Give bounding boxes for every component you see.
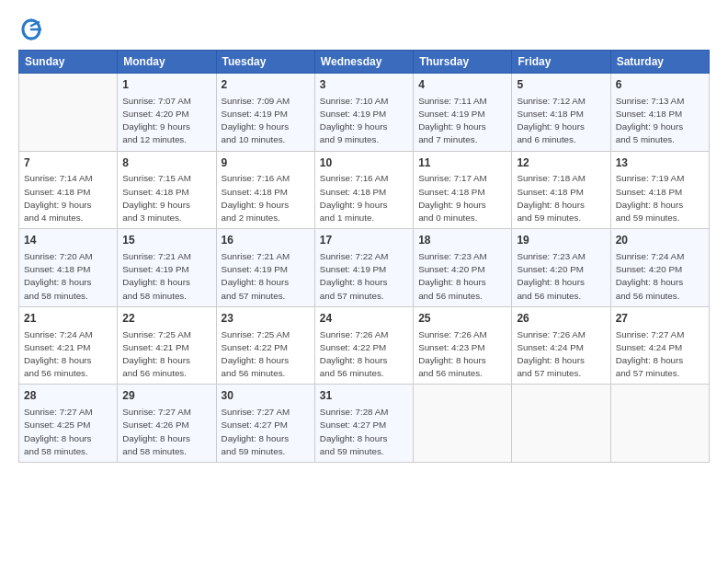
cell-w1-d2: 1Sunrise: 7:07 AM Sunset: 4:20 PM Daylig… [118,74,216,152]
day-info: Sunrise: 7:21 AM Sunset: 4:19 PM Dayligh… [222,250,310,303]
day-number: 20 [616,233,704,248]
day-info: Sunrise: 7:16 AM Sunset: 4:18 PM Dayligh… [320,172,408,224]
page: SundayMondayTuesdayWednesdayThursdayFrid… [0,0,728,472]
logo [18,17,48,42]
day-info: Sunrise: 7:20 AM Sunset: 4:18 PM Dayligh… [24,250,112,303]
day-info: Sunrise: 7:23 AM Sunset: 4:20 PM Dayligh… [418,250,506,303]
day-info: Sunrise: 7:07 AM Sunset: 4:20 PM Dayligh… [122,95,210,147]
day-number: 11 [418,155,506,171]
day-number: 31 [320,388,408,404]
week-row-5: 28Sunrise: 7:27 AM Sunset: 4:25 PM Dayli… [19,385,710,463]
day-number: 1 [122,77,210,93]
cell-w3-d5: 18Sunrise: 7:23 AM Sunset: 4:20 PM Dayli… [414,229,512,307]
day-number: 29 [122,388,210,404]
header-friday: Friday [512,51,610,74]
day-number: 12 [517,155,605,171]
day-number: 26 [517,311,605,327]
day-number: 5 [517,77,605,93]
day-info: Sunrise: 7:09 AM Sunset: 4:19 PM Dayligh… [222,95,310,147]
logo-icon [18,17,44,42]
day-info: Sunrise: 7:26 AM Sunset: 4:23 PM Dayligh… [418,328,506,381]
header-row: SundayMondayTuesdayWednesdayThursdayFrid… [19,51,710,74]
day-info: Sunrise: 7:25 AM Sunset: 4:22 PM Dayligh… [222,328,310,381]
header-saturday: Saturday [610,51,709,74]
cell-w2-d2: 8Sunrise: 7:15 AM Sunset: 4:18 PM Daylig… [118,151,216,229]
day-info: Sunrise: 7:12 AM Sunset: 4:18 PM Dayligh… [517,95,605,147]
week-row-1: 1Sunrise: 7:07 AM Sunset: 4:20 PM Daylig… [19,74,710,152]
day-number: 14 [24,233,112,248]
cell-w1-d6: 5Sunrise: 7:12 AM Sunset: 4:18 PM Daylig… [512,74,610,152]
day-info: Sunrise: 7:24 AM Sunset: 4:20 PM Dayligh… [616,250,704,303]
week-row-3: 14Sunrise: 7:20 AM Sunset: 4:18 PM Dayli… [19,229,710,307]
day-number: 18 [418,233,506,248]
header-thursday: Thursday [414,51,512,74]
cell-w3-d1: 14Sunrise: 7:20 AM Sunset: 4:18 PM Dayli… [19,229,118,307]
day-number: 13 [616,155,704,171]
cell-w3-d6: 19Sunrise: 7:23 AM Sunset: 4:20 PM Dayli… [512,229,610,307]
header-sunday: Sunday [19,51,118,74]
day-number: 19 [517,233,605,248]
day-info: Sunrise: 7:28 AM Sunset: 4:27 PM Dayligh… [320,406,408,458]
cell-w5-d5 [414,385,512,463]
day-number: 2 [222,77,310,93]
cell-w1-d4: 3Sunrise: 7:10 AM Sunset: 4:19 PM Daylig… [314,74,413,152]
day-number: 7 [24,155,112,171]
day-info: Sunrise: 7:11 AM Sunset: 4:19 PM Dayligh… [418,95,506,147]
day-info: Sunrise: 7:22 AM Sunset: 4:19 PM Dayligh… [320,250,408,303]
week-row-2: 7Sunrise: 7:14 AM Sunset: 4:18 PM Daylig… [19,151,710,229]
day-number: 6 [616,77,704,93]
day-info: Sunrise: 7:14 AM Sunset: 4:18 PM Dayligh… [24,172,112,224]
header-wednesday: Wednesday [314,51,413,74]
cell-w1-d5: 4Sunrise: 7:11 AM Sunset: 4:19 PM Daylig… [414,74,512,152]
week-row-4: 21Sunrise: 7:24 AM Sunset: 4:21 PM Dayli… [19,306,710,385]
cell-w1-d1 [19,74,118,152]
calendar-body: 1Sunrise: 7:07 AM Sunset: 4:20 PM Daylig… [19,74,710,463]
cell-w1-d7: 6Sunrise: 7:13 AM Sunset: 4:18 PM Daylig… [610,74,709,152]
cell-w4-d2: 22Sunrise: 7:25 AM Sunset: 4:21 PM Dayli… [118,306,216,385]
day-info: Sunrise: 7:15 AM Sunset: 4:18 PM Dayligh… [122,172,210,224]
day-info: Sunrise: 7:17 AM Sunset: 4:18 PM Dayligh… [418,172,506,224]
day-number: 15 [122,233,210,248]
cell-w4-d7: 27Sunrise: 7:27 AM Sunset: 4:24 PM Dayli… [610,306,709,385]
cell-w4-d6: 26Sunrise: 7:26 AM Sunset: 4:24 PM Dayli… [512,306,610,385]
day-info: Sunrise: 7:19 AM Sunset: 4:18 PM Dayligh… [616,172,704,224]
day-number: 3 [320,77,408,93]
cell-w2-d5: 11Sunrise: 7:17 AM Sunset: 4:18 PM Dayli… [414,151,512,229]
day-number: 9 [222,155,310,171]
cell-w2-d6: 12Sunrise: 7:18 AM Sunset: 4:18 PM Dayli… [512,151,610,229]
cell-w3-d7: 20Sunrise: 7:24 AM Sunset: 4:20 PM Dayli… [610,229,709,307]
day-number: 4 [418,77,506,93]
day-number: 21 [24,311,112,327]
cell-w2-d1: 7Sunrise: 7:14 AM Sunset: 4:18 PM Daylig… [19,151,118,229]
cell-w2-d7: 13Sunrise: 7:19 AM Sunset: 4:18 PM Dayli… [610,151,709,229]
day-number: 16 [222,233,310,248]
day-info: Sunrise: 7:13 AM Sunset: 4:18 PM Dayligh… [616,95,704,147]
cell-w3-d4: 17Sunrise: 7:22 AM Sunset: 4:19 PM Dayli… [314,229,413,307]
cell-w1-d3: 2Sunrise: 7:09 AM Sunset: 4:19 PM Daylig… [216,74,314,152]
day-number: 25 [418,311,506,327]
header-tuesday: Tuesday [216,51,314,74]
day-number: 8 [122,155,210,171]
cell-w4-d3: 23Sunrise: 7:25 AM Sunset: 4:22 PM Dayli… [216,306,314,385]
day-number: 24 [320,311,408,327]
cell-w4-d4: 24Sunrise: 7:26 AM Sunset: 4:22 PM Dayli… [314,306,413,385]
day-number: 23 [222,311,310,327]
cell-w5-d6 [512,385,610,463]
cell-w3-d2: 15Sunrise: 7:21 AM Sunset: 4:19 PM Dayli… [118,229,216,307]
day-info: Sunrise: 7:21 AM Sunset: 4:19 PM Dayligh… [122,250,210,303]
cell-w3-d3: 16Sunrise: 7:21 AM Sunset: 4:19 PM Dayli… [216,229,314,307]
day-info: Sunrise: 7:18 AM Sunset: 4:18 PM Dayligh… [517,172,605,224]
cell-w5-d3: 30Sunrise: 7:27 AM Sunset: 4:27 PM Dayli… [216,385,314,463]
day-number: 30 [222,388,310,404]
day-number: 28 [24,388,112,404]
header-monday: Monday [118,51,216,74]
cell-w4-d1: 21Sunrise: 7:24 AM Sunset: 4:21 PM Dayli… [19,306,118,385]
calendar-header: SundayMondayTuesdayWednesdayThursdayFrid… [19,51,710,74]
cell-w4-d5: 25Sunrise: 7:26 AM Sunset: 4:23 PM Dayli… [414,306,512,385]
day-info: Sunrise: 7:27 AM Sunset: 4:27 PM Dayligh… [222,406,310,458]
cell-w5-d7 [610,385,709,463]
day-info: Sunrise: 7:16 AM Sunset: 4:18 PM Dayligh… [222,172,310,224]
day-info: Sunrise: 7:27 AM Sunset: 4:26 PM Dayligh… [122,406,210,458]
day-info: Sunrise: 7:25 AM Sunset: 4:21 PM Dayligh… [122,328,210,381]
day-info: Sunrise: 7:24 AM Sunset: 4:21 PM Dayligh… [24,328,112,381]
